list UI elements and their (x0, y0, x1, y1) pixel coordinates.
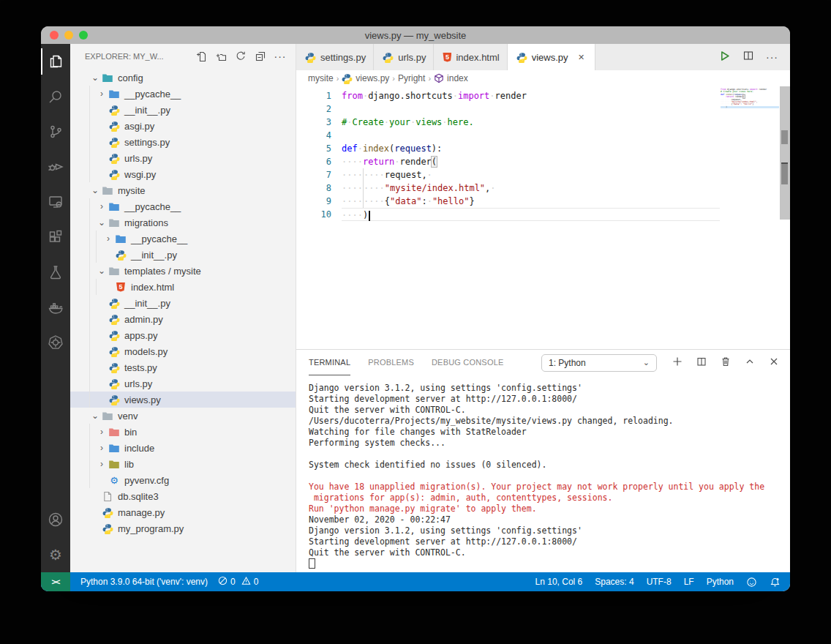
activity-account[interactable] (41, 502, 70, 537)
breadcrumb-item-views.py[interactable]: views.py (342, 73, 389, 84)
panel-tab-debug-console[interactable]: DEBUG CONSOLE (432, 350, 504, 375)
tab-views-py[interactable]: views.py✕ (508, 44, 595, 70)
tree-item-apps-py[interactable]: apps.py (70, 327, 296, 343)
tree-indent-guide (96, 279, 102, 295)
code-line[interactable]: 7········request,· (296, 168, 790, 181)
activity-extensions[interactable] (41, 220, 70, 255)
code-line[interactable]: 8········"mysite/index.html",· (296, 181, 790, 195)
minimize-window-button[interactable] (64, 31, 73, 40)
minimap-line: ····) (721, 106, 779, 108)
python-interpreter-status[interactable]: Python 3.9.0 64-bit ('venv': venv) (80, 577, 208, 587)
tree-item-lib[interactable]: ›lib (70, 456, 296, 472)
collapse-all-button[interactable] (252, 48, 268, 64)
editor-more-actions-button[interactable]: ··· (766, 55, 778, 59)
tree-item-tests-py[interactable]: tests.py (70, 359, 296, 375)
tree-item-templates-mysite[interactable]: ⌄templates / mysite (70, 263, 296, 279)
activity-docker[interactable] (41, 290, 70, 325)
close-panel-button[interactable] (768, 356, 780, 370)
activity-search[interactable] (41, 79, 70, 114)
tree-item-migrations[interactable]: ⌄migrations (70, 214, 296, 231)
split-terminal-button[interactable] (696, 356, 707, 370)
code-editor[interactable]: 1from·django.shortcuts·import·render23#·… (296, 86, 790, 349)
status-python[interactable]: Python (707, 577, 734, 587)
breadcrumb-item-mysite[interactable]: mysite (308, 73, 334, 83)
tree-item--init-py[interactable]: __init__.py (70, 295, 296, 311)
activity-kubernetes[interactable] (41, 325, 70, 360)
tree-item--pycache-[interactable]: ›__pycache__ (70, 86, 296, 102)
zoom-window-button[interactable] (79, 31, 88, 40)
tree-item-settings-py[interactable]: settings.py (70, 134, 296, 150)
code-line[interactable]: 6····return·render( (296, 155, 790, 168)
tab-index-html[interactable]: 5index.html (434, 44, 507, 70)
tree-item-bin[interactable]: ›bin (70, 424, 296, 440)
breadcrumb-item-pyright[interactable]: Pyright (398, 73, 425, 83)
activity-settings[interactable]: ⚙ (41, 537, 70, 572)
terminal-output[interactable]: Django version 3.1.2, using settings 'co… (296, 375, 790, 572)
activity-run-debug[interactable] (41, 149, 70, 184)
tree-item-mysite[interactable]: ⌄mysite (70, 182, 296, 198)
code-line[interactable]: 1from·django.shortcuts·import·render (296, 89, 790, 102)
tree-item-models-py[interactable]: models.py (70, 343, 296, 359)
activity-remote-explorer[interactable] (41, 184, 70, 220)
panel-tab-terminal[interactable]: TERMINAL (309, 350, 350, 375)
plus-button[interactable] (672, 356, 683, 370)
code-line[interactable]: 3#·Create·your·views·here. (296, 116, 790, 129)
tree-item-asgi-py[interactable]: asgi.py (70, 118, 296, 134)
refresh-button[interactable] (233, 48, 249, 64)
tree-item-venv[interactable]: ⌄venv (70, 408, 296, 424)
tree-item-wsgi-py[interactable]: wsgi.py (70, 166, 296, 182)
code-line[interactable]: 9········{"data":·"hello"} (296, 195, 790, 208)
close-window-button[interactable] (50, 31, 59, 40)
feedback-button[interactable] (746, 577, 757, 588)
code-token: · (453, 91, 458, 101)
tree-item-config[interactable]: ⌄config (70, 70, 296, 86)
more-button[interactable]: ··· (272, 48, 288, 64)
close-tab-icon[interactable]: ✕ (576, 53, 587, 62)
problems-status[interactable]: 0 0 (218, 576, 258, 588)
tab-urls-py[interactable]: urls.py (374, 44, 434, 70)
notifications-button[interactable] (770, 577, 781, 588)
remote-indicator[interactable]: >< (41, 572, 70, 591)
new-folder-button[interactable] (213, 48, 229, 64)
new-file-button[interactable] (193, 48, 209, 64)
tree-item-views-py[interactable]: views.py (70, 392, 296, 408)
tree-item-urls-py[interactable]: urls.py (70, 375, 296, 392)
tree-item-include[interactable]: ›include (70, 440, 296, 456)
split-editor-button[interactable] (742, 50, 754, 64)
tree-item--init-py[interactable]: __init__.py (70, 102, 296, 118)
code-line[interactable]: 2 (296, 102, 790, 116)
tree-item-manage-py[interactable]: manage.py (70, 504, 296, 520)
breadcrumb-item-index[interactable]: index (434, 73, 468, 83)
trash-button[interactable] (720, 356, 732, 370)
tab-settings-py[interactable]: settings.py (296, 44, 374, 70)
panel-tab-problems[interactable]: PROBLEMS (368, 350, 414, 375)
tree-item-my-program-py[interactable]: my_program.py (70, 520, 296, 536)
code-line[interactable]: 5def·index(request): (296, 142, 790, 155)
tree-item--pycache-[interactable]: ›__pycache__ (70, 198, 296, 214)
scrollbar-thumb[interactable] (781, 162, 788, 184)
status-ln-10-col-6[interactable]: Ln 10, Col 6 (535, 577, 583, 587)
tree-item--pycache-[interactable]: ›__pycache__ (70, 231, 296, 247)
chevron-down-icon: ⌄ (643, 358, 650, 367)
status-spaces-4[interactable]: Spaces: 4 (595, 577, 633, 587)
activity-explorer[interactable] (41, 44, 70, 79)
tree-item--init-py[interactable]: __init__.py (70, 247, 296, 263)
code-line[interactable]: 4 (296, 129, 790, 142)
status-lf[interactable]: LF (684, 577, 694, 587)
minimap[interactable]: from·django.shortcuts·import·render#·Cre… (721, 89, 779, 108)
activity-source-control[interactable] (41, 114, 70, 149)
title-bar[interactable]: views.py — my_website (41, 26, 790, 44)
status-utf-8[interactable]: UTF-8 (647, 577, 672, 587)
tree-item-db-sqlite3[interactable]: db.sqlite3 (70, 488, 296, 504)
terminal-picker-dropdown[interactable]: 1: Python ⌄ (541, 354, 657, 372)
tree-item-urls-py[interactable]: urls.py (70, 150, 296, 166)
editor-scrollbar[interactable] (780, 86, 790, 220)
code-line[interactable]: 10····) (296, 208, 790, 221)
chevron-up-button[interactable] (744, 356, 756, 370)
tree-item-index-html[interactable]: 5index.html (70, 279, 296, 295)
run-python-file-button[interactable] (718, 50, 731, 65)
activity-testing[interactable] (41, 255, 70, 290)
terminal-cursor-line (309, 558, 790, 569)
tree-item-admin-py[interactable]: admin.py (70, 311, 296, 327)
tree-item-pyvenv-cfg[interactable]: ⚙pyvenv.cfg (70, 472, 296, 488)
